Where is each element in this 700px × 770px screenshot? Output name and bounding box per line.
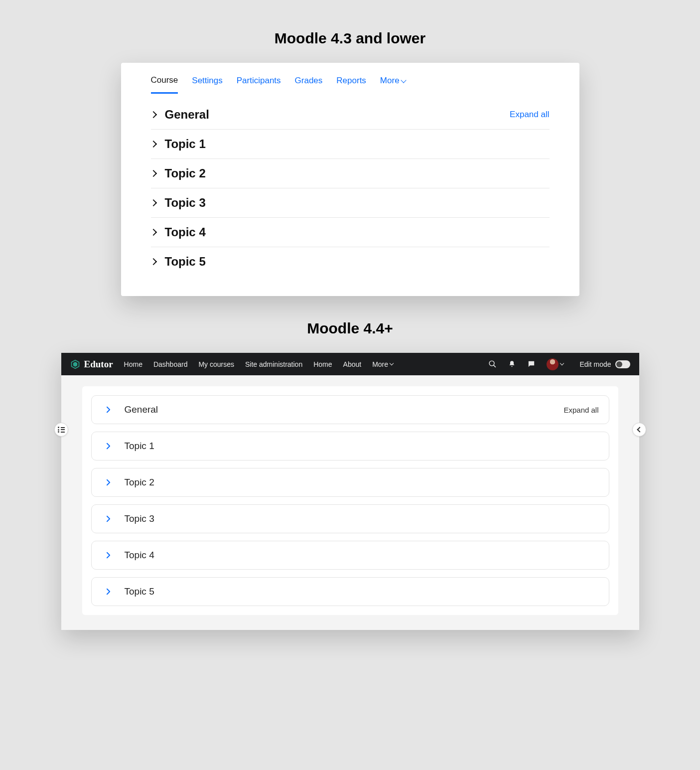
nav-label: Dashboard — [153, 360, 188, 368]
section-title: Topic 5 — [165, 255, 206, 269]
list-icon — [58, 427, 65, 433]
edit-mode-label: Edit mode — [579, 360, 611, 368]
nav-label: More — [372, 360, 388, 368]
avatar-icon — [547, 358, 559, 370]
nav-label: Home — [313, 360, 332, 368]
tab-label: Settings — [192, 76, 222, 86]
nav-home[interactable]: Home — [124, 360, 142, 368]
section-card[interactable]: Topic 1 — [91, 432, 609, 461]
search-icon[interactable] — [488, 360, 497, 368]
heading-panel43: Moodle 4.3 and lower — [0, 30, 700, 47]
section-list: GeneralExpand allTopic 1Topic 2Topic 3To… — [151, 108, 550, 276]
edit-mode-toggle-group: Edit mode — [579, 360, 630, 368]
section-title: Topic 4 — [125, 550, 154, 561]
section-title: General — [125, 404, 158, 415]
section-title: Topic 1 — [125, 441, 154, 452]
drawer-toggle-right[interactable] — [632, 423, 646, 437]
chevron-right-icon — [106, 552, 111, 559]
tab-label: More — [380, 76, 400, 86]
section-card[interactable]: GeneralExpand all — [91, 395, 609, 424]
section-title: Topic 4 — [165, 225, 206, 239]
tab-course[interactable]: Course — [151, 70, 178, 94]
brand[interactable]: Edutor — [70, 359, 113, 370]
user-menu[interactable] — [547, 358, 563, 370]
nav-more[interactable]: More — [372, 360, 393, 368]
chevron-right-icon — [149, 111, 156, 118]
nav-label: About — [343, 360, 362, 368]
chevron-right-icon — [106, 588, 111, 595]
svg-marker-1 — [73, 362, 77, 367]
section-toggle[interactable] — [102, 548, 116, 562]
chevron-right-icon — [149, 170, 156, 177]
tab-label: Reports — [336, 76, 366, 86]
chevron-down-icon — [401, 77, 406, 83]
chevron-right-icon — [106, 515, 111, 522]
chevron-left-icon — [637, 427, 642, 432]
chat-icon[interactable] — [527, 360, 536, 368]
chevron-down-icon — [390, 361, 394, 365]
bell-icon[interactable] — [508, 360, 516, 368]
brand-logo-icon — [70, 359, 80, 369]
section-title: Topic 1 — [165, 137, 206, 151]
section-row[interactable]: GeneralExpand all — [151, 108, 550, 130]
section-title: Topic 2 — [165, 166, 206, 180]
nav-dashboard[interactable]: Dashboard — [153, 360, 188, 368]
section-row[interactable]: Topic 1 — [151, 130, 550, 159]
nav-label: My courses — [198, 360, 234, 368]
panel-moodle-44: Edutor HomeDashboardMy coursesSite admin… — [61, 353, 639, 630]
section-title: Topic 2 — [125, 477, 154, 488]
tab-settings[interactable]: Settings — [192, 71, 222, 93]
chevron-right-icon — [149, 141, 156, 148]
section-title: General — [165, 108, 209, 122]
section-title: Topic 3 — [125, 513, 154, 524]
chevron-right-icon — [149, 229, 156, 236]
nav-site-administration[interactable]: Site administration — [245, 360, 302, 368]
section-row[interactable]: Topic 2 — [151, 159, 550, 188]
section-title: Topic 3 — [165, 196, 206, 210]
section-title: Topic 5 — [125, 586, 154, 597]
chevron-right-icon — [149, 199, 156, 206]
section-row[interactable]: Topic 5 — [151, 247, 550, 276]
heading-panel44: Moodle 4.4+ — [0, 320, 700, 337]
tab-label: Course — [151, 75, 178, 85]
edit-mode-toggle[interactable] — [615, 360, 630, 368]
section-toggle[interactable] — [102, 585, 116, 599]
svg-point-2 — [490, 361, 495, 366]
section-toggle[interactable] — [102, 475, 116, 489]
tab-more[interactable]: More — [380, 71, 406, 93]
drawer-toggle-left[interactable] — [54, 423, 68, 437]
course-tabs: CourseSettingsParticipantsGradesReportsM… — [151, 63, 550, 94]
section-toggle[interactable] — [102, 439, 116, 453]
section-toggle[interactable] — [102, 512, 116, 526]
tab-reports[interactable]: Reports — [336, 71, 366, 93]
nav-my-courses[interactable]: My courses — [198, 360, 234, 368]
nav-home[interactable]: Home — [313, 360, 332, 368]
chevron-right-icon — [106, 443, 111, 450]
brand-name: Edutor — [84, 359, 113, 370]
section-row[interactable]: Topic 4 — [151, 218, 550, 247]
tab-label: Grades — [295, 76, 323, 86]
section-card[interactable]: Topic 5 — [91, 577, 609, 606]
tab-grades[interactable]: Grades — [295, 71, 323, 93]
chevron-right-icon — [106, 406, 111, 413]
tab-label: Participants — [237, 76, 281, 86]
svg-line-3 — [494, 365, 496, 367]
section-card[interactable]: Topic 2 — [91, 468, 609, 497]
panel-moodle-43: CourseSettingsParticipantsGradesReportsM… — [121, 63, 579, 296]
section-card[interactable]: Topic 4 — [91, 541, 609, 570]
panel44-body: GeneralExpand allTopic 1Topic 2Topic 3To… — [61, 375, 639, 630]
nav-about[interactable]: About — [343, 360, 362, 368]
chevron-right-icon — [149, 258, 156, 265]
section-card-list: GeneralExpand allTopic 1Topic 2Topic 3To… — [82, 386, 618, 615]
chevron-down-icon — [560, 361, 564, 365]
section-toggle[interactable] — [102, 403, 116, 417]
navbar: Edutor HomeDashboardMy coursesSite admin… — [61, 353, 639, 375]
expand-all-link[interactable]: Expand all — [510, 110, 549, 120]
section-card[interactable]: Topic 3 — [91, 504, 609, 533]
tab-participants[interactable]: Participants — [237, 71, 281, 93]
nav-label: Site administration — [245, 360, 302, 368]
chevron-right-icon — [106, 479, 111, 486]
nav-label: Home — [124, 360, 142, 368]
expand-all-link[interactable]: Expand all — [563, 406, 598, 414]
section-row[interactable]: Topic 3 — [151, 188, 550, 218]
